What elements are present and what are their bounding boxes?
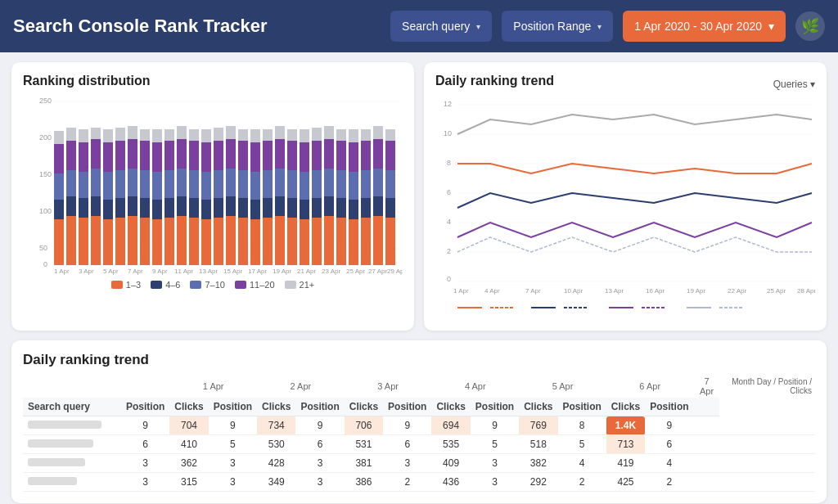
svg-rect-100 <box>263 141 273 170</box>
svg-text:7 Apr: 7 Apr <box>128 268 143 275</box>
svg-text:19 Apr: 19 Apr <box>273 268 291 275</box>
svg-rect-117 <box>312 218 322 265</box>
daily-ranking-title: Daily ranking trend <box>435 74 554 88</box>
data-cell: 382 <box>519 454 557 473</box>
svg-rect-144 <box>373 169 383 196</box>
blurred-query-text <box>28 421 101 429</box>
svg-rect-113 <box>300 200 309 219</box>
position-range-dropdown[interactable]: Position Range ▾ <box>502 11 613 42</box>
data-cell: 5 <box>558 435 606 454</box>
data-cell: 6 <box>645 435 693 454</box>
charts-row: Ranking distribution 250 200 150 100 50 … <box>11 62 827 331</box>
data-cell: 6 <box>295 435 344 454</box>
svg-rect-130 <box>336 141 346 170</box>
svg-rect-151 <box>385 129 395 141</box>
svg-rect-44 <box>128 169 137 196</box>
svg-text:9 Apr: 9 Apr <box>152 268 168 275</box>
queries-dropdown[interactable]: Queries ▾ <box>773 79 815 90</box>
svg-rect-104 <box>275 169 285 196</box>
svg-text:4 Apr: 4 Apr <box>484 287 500 295</box>
data-cell: 2 <box>645 473 693 492</box>
svg-rect-137 <box>361 218 371 265</box>
svg-text:28 Apr: 28 Apr <box>797 287 815 295</box>
data-cell: 3 <box>295 454 344 473</box>
table-row: 9704973497069694976981.4K9 <box>23 416 815 435</box>
svg-rect-97 <box>263 218 273 265</box>
svg-rect-35 <box>103 142 113 172</box>
table-body: 9704973497069694976981.4K964105530653165… <box>23 416 815 492</box>
svg-rect-43 <box>128 196 137 216</box>
pos-col-4: Position <box>383 398 431 416</box>
svg-text:21 Apr: 21 Apr <box>297 268 316 275</box>
date-range-picker[interactable]: 1 Apr 2020 - 30 Apr 2020 ▾ <box>623 11 786 42</box>
svg-rect-27 <box>91 216 101 265</box>
svg-text:6: 6 <box>447 188 451 196</box>
svg-rect-56 <box>152 129 162 142</box>
svg-text:1 Apr: 1 Apr <box>453 287 469 295</box>
app-header: Search Console Rank Tracker Search query… <box>0 0 838 52</box>
search-query-dropdown[interactable]: Search query ▾ <box>390 11 492 42</box>
clicks-col-5: Clicks <box>519 398 557 416</box>
svg-rect-76 <box>201 129 211 142</box>
svg-rect-96 <box>250 129 260 142</box>
query-cell <box>23 416 121 435</box>
svg-rect-127 <box>336 218 346 265</box>
svg-rect-98 <box>263 198 273 218</box>
svg-text:250: 250 <box>39 97 52 105</box>
blurred-query-text <box>28 458 85 466</box>
data-cell: 9 <box>121 416 169 435</box>
column-headers-row: Search query Position Clicks Position Cl… <box>23 398 815 416</box>
svg-rect-33 <box>103 200 113 219</box>
data-cell: 3 <box>121 473 169 492</box>
svg-text:0: 0 <box>447 275 451 283</box>
svg-rect-88 <box>238 198 248 218</box>
svg-text:25 Apr: 25 Apr <box>346 268 365 275</box>
svg-rect-66 <box>177 126 187 139</box>
main-content: Ranking distribution 250 200 150 100 50 … <box>0 52 838 504</box>
svg-rect-68 <box>189 198 199 218</box>
data-cell: 381 <box>345 454 383 473</box>
svg-rect-107 <box>287 218 297 265</box>
svg-rect-111 <box>287 129 297 141</box>
table-row: 3315334933862436329224252 <box>23 473 815 492</box>
data-cell: 9 <box>383 416 431 435</box>
svg-text:10 Apr: 10 Apr <box>564 287 583 295</box>
pos-col-7: Position <box>645 398 693 416</box>
svg-rect-57 <box>164 218 174 265</box>
svg-rect-110 <box>287 141 297 170</box>
svg-rect-103 <box>275 196 285 216</box>
data-cell: 5 <box>471 435 519 454</box>
data-cell: 531 <box>345 435 383 454</box>
clicks-col-4: Clicks <box>431 398 470 416</box>
data-cell: 4 <box>558 454 606 473</box>
data-cell: 9 <box>209 416 257 435</box>
data-cell: 1.4K <box>606 416 645 435</box>
svg-rect-136 <box>349 129 358 142</box>
chevron-down-icon: ▾ <box>476 22 480 31</box>
blurred-query-text <box>28 477 77 485</box>
svg-text:1 Apr: 1 Apr <box>54 268 70 275</box>
svg-rect-131 <box>336 129 346 141</box>
chevron-down-icon: ▾ <box>597 22 601 31</box>
legend-item-7-10: 7–10 <box>190 280 224 290</box>
data-cell: 4 <box>645 454 693 473</box>
ranking-distribution-title: Ranking distribution <box>23 74 403 88</box>
query-cell <box>23 473 121 492</box>
svg-rect-83 <box>226 196 236 216</box>
svg-rect-39 <box>115 170 125 198</box>
data-cell: 713 <box>606 435 645 454</box>
data-cell: 9 <box>295 416 344 435</box>
svg-rect-142 <box>373 216 383 265</box>
svg-rect-50 <box>140 141 150 170</box>
svg-rect-140 <box>361 141 371 170</box>
table-row: 6410553065316535551857136 <box>23 435 815 454</box>
svg-text:11 Apr: 11 Apr <box>174 268 193 275</box>
svg-rect-141 <box>361 129 371 141</box>
svg-rect-75 <box>201 142 211 172</box>
legend-color-7-10 <box>190 281 201 289</box>
svg-rect-102 <box>275 216 285 265</box>
svg-rect-143 <box>373 196 383 216</box>
extra-cell <box>694 454 720 473</box>
data-cell: 436 <box>431 473 470 492</box>
svg-rect-15 <box>54 144 64 173</box>
